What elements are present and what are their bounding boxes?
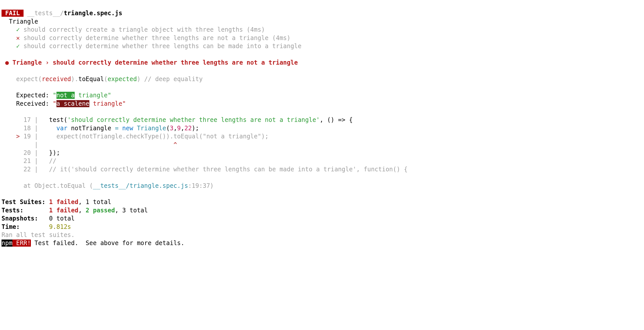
line-num: 18 — [2, 125, 31, 132]
bullet-icon: ● — [5, 59, 9, 66]
test-file: triangle.spec.js — [64, 10, 122, 17]
summary-suites-failed: 1 failed — [49, 198, 78, 206]
test-result-pass: should correctly create a triangle objec… — [24, 26, 265, 33]
ran-suites: Ran all test suites. — [2, 231, 75, 239]
summary-tests-passed: 2 passed — [86, 207, 115, 214]
summary-time-label: Time: — [2, 223, 49, 230]
cross-icon: ✕ — [16, 34, 20, 42]
fail-badge: FAIL — [2, 10, 24, 17]
received-diff: a scalene — [56, 100, 89, 107]
stack-at: at Object.toEqual ( — [2, 182, 93, 189]
matcher-toequal: toEqual — [78, 76, 104, 83]
expected-label: Expected: — [16, 92, 53, 99]
npm-err: ERR! — [12, 240, 31, 247]
matcher-received: received — [42, 76, 71, 83]
matcher-expected: expected — [108, 76, 137, 83]
summary-time-value: 9.812s — [49, 223, 71, 230]
check-icon: ✓ — [16, 26, 20, 33]
matcher-expect: expect( — [16, 76, 42, 83]
line-num: 21 — [2, 157, 31, 164]
caret-icon: ^ — [173, 141, 177, 148]
summary-tests-failed: 1 failed — [49, 207, 78, 214]
npm-tag: npm — [2, 240, 12, 247]
test-result-pass: should correctly determine whether three… — [24, 43, 301, 50]
summary-snapshots-label: Snapshots: — [2, 215, 49, 222]
suite-name: Triangle — [2, 18, 38, 25]
test-result-fail: should correctly determine whether three… — [24, 34, 291, 42]
terminal-output: FAIL __tests__/triangle.spec.js Triangle… — [0, 0, 644, 250]
received-label: Received: — [16, 100, 53, 107]
summary-suites-label: Test Suites: — [2, 198, 49, 206]
failure-title: Triangle › should correctly determine wh… — [12, 59, 298, 66]
check-icon: ✓ — [16, 43, 20, 50]
code-string: 'should correctly determine whether thre… — [67, 116, 320, 123]
summary-tests-label: Tests: — [2, 207, 49, 214]
line-num: 22 — [2, 166, 31, 173]
npm-msg: Test failed. See above for more details. — [31, 240, 185, 247]
line-num: 17 — [2, 116, 31, 123]
error-line-marker: > — [2, 133, 20, 140]
line-num: 20 — [2, 149, 31, 156]
test-path-prefix: __tests__/ — [24, 10, 64, 17]
expected-diff: not a — [56, 92, 75, 99]
stack-file: __tests__/triangle.spec.js — [93, 182, 188, 189]
summary-snapshots-value: 0 total — [49, 215, 75, 222]
